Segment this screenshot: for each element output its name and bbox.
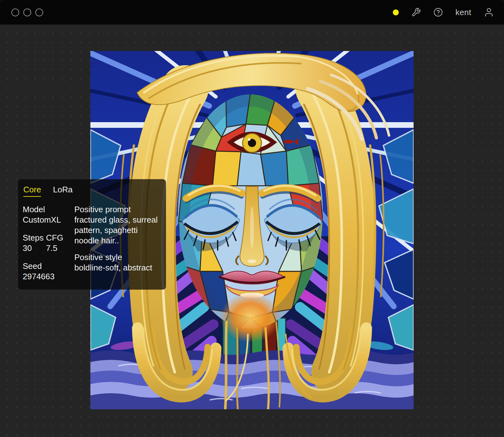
titlebar-actions: kent <box>393 7 494 17</box>
metadata-panel: Core LoRa Model CustomXL Steps 30 <box>18 179 166 290</box>
field-positive-prompt: Positive prompt fractured glass, surreal… <box>74 204 161 246</box>
steps-label: Steps <box>23 233 46 243</box>
cfg-value: 7.5 <box>46 243 63 253</box>
panel-tabs: Core LoRa <box>23 184 161 197</box>
window-control-1[interactable] <box>11 9 19 16</box>
field-row-steps-cfg: Steps 30 CFG 7.5 <box>23 233 67 253</box>
workspace: Core LoRa Model CustomXL Steps 30 <box>0 25 504 437</box>
model-label: Model <box>23 204 67 215</box>
field-seed: Seed 2974663 <box>23 261 67 282</box>
wrench-icon[interactable] <box>411 8 421 17</box>
positive-style-value: boldline-soft, abstract <box>74 263 161 273</box>
panel-grid: Model CustomXL Steps 30 CFG 7.5 <box>23 204 161 282</box>
window-control-2[interactable] <box>23 9 31 16</box>
positive-style-label: Positive style <box>74 252 161 263</box>
tab-core[interactable]: Core <box>23 184 41 197</box>
window-controls <box>11 9 47 16</box>
status-dot <box>393 9 399 15</box>
model-value: CustomXL <box>23 215 67 225</box>
cfg-label: CFG <box>46 233 63 243</box>
field-steps: Steps 30 <box>23 233 46 253</box>
chin-glow <box>220 292 281 343</box>
seed-label: Seed <box>23 261 67 271</box>
window-control-3[interactable] <box>35 9 43 16</box>
help-icon[interactable] <box>433 8 443 17</box>
user-icon[interactable] <box>484 7 494 17</box>
app-window: kent <box>0 0 504 437</box>
titlebar: kent <box>0 0 504 25</box>
tab-lora[interactable]: LoRa <box>53 184 72 197</box>
field-positive-style: Positive style boldline-soft, abstract <box>74 252 161 273</box>
field-model: Model CustomXL <box>23 204 67 225</box>
positive-prompt-value: fractured glass, surreal pattern, spaghe… <box>74 215 161 246</box>
steps-value: 30 <box>23 243 46 253</box>
field-cfg: CFG 7.5 <box>46 233 63 253</box>
username[interactable]: kent <box>455 8 471 17</box>
positive-prompt-label: Positive prompt <box>74 204 161 215</box>
seed-value: 2974663 <box>23 271 67 282</box>
